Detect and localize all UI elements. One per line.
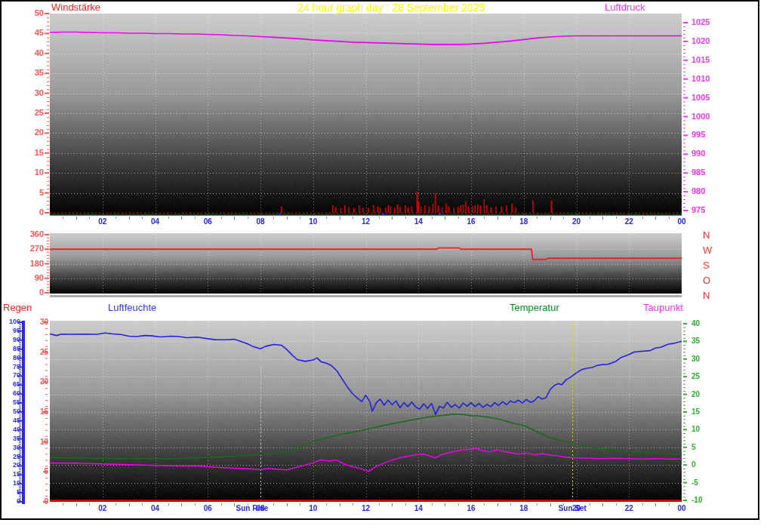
compass-letter-label: O <box>703 275 710 285</box>
hour-label-top: 02 <box>95 218 110 226</box>
wind-axis-tick-label: 0 <box>17 208 44 217</box>
pressure-axis-tick-label: 1000 <box>691 112 710 121</box>
temperature-axis-tick-label: 20 <box>691 391 700 398</box>
hour-label-bottom: 14 <box>411 505 426 512</box>
hour-label-bottom: 06 <box>200 505 215 512</box>
pressure-axis-tick-label: 980 <box>691 187 705 195</box>
pressure-axis-tick-label: 1010 <box>691 75 710 83</box>
humidity-axis-tick-label: 50 <box>2 408 20 415</box>
direction-axis-tick-label: 90 <box>17 274 44 282</box>
direction-axis-tick-label: 180 <box>17 260 44 268</box>
hour-label-bottom: 12 <box>359 505 374 512</box>
humidity-axis-tick-label: 65 <box>2 381 20 388</box>
humidity-axis-tick-label: 15 <box>2 471 20 478</box>
temperature-axis-tick-label: -10 <box>691 497 702 504</box>
hour-label-top: 14 <box>411 218 426 226</box>
temperature-axis-tick-label: 25 <box>691 373 700 380</box>
hour-label-bottom: 18 <box>516 505 531 512</box>
humidity-axis-tick-label: 60 <box>2 390 20 397</box>
pressure-label: Luftdruck <box>605 2 645 13</box>
wind-axis-tick-label: 40 <box>17 49 44 57</box>
hour-label-bottom: 04 <box>148 505 163 512</box>
humidity-axis-tick-label: 0 <box>2 498 20 505</box>
pressure-axis-tick-label: 1015 <box>691 56 710 64</box>
wind-axis-tick-label: 5 <box>17 189 44 197</box>
humidity-axis-tick-label: 5 <box>2 489 20 496</box>
hour-label-bottom: 10 <box>306 505 321 512</box>
humidity-axis-tick-label: 30 <box>2 444 20 451</box>
temperature-axis-tick-label: -5 <box>691 479 698 487</box>
rain-axis-tick-label: 5 <box>29 468 48 475</box>
temperature-axis-tick-label: 35 <box>691 337 700 345</box>
wind-axis-tick-label: 30 <box>17 89 44 97</box>
temperature-axis-tick-label: 10 <box>691 426 700 433</box>
rain-axis-tick-label: 30 <box>29 318 48 326</box>
rain-label: Regen <box>3 303 32 313</box>
hour-label-top: 20 <box>569 218 584 226</box>
sunrise-label: Sun Rise <box>233 505 271 512</box>
wind-axis-tick-label: 50 <box>17 9 44 17</box>
humidity-label: Luftfeuchte <box>108 303 156 313</box>
hour-label-top: 04 <box>148 218 163 226</box>
pressure-axis-tick-label: 975 <box>691 206 705 214</box>
pressure-axis-tick-label: 995 <box>691 131 705 139</box>
rain-axis-tick-label: 15 <box>29 408 48 416</box>
pressure-axis-tick-label: 985 <box>691 168 705 177</box>
hour-label-top: 16 <box>463 218 479 226</box>
humidity-axis-tick-label: 45 <box>2 417 20 424</box>
temperature-axis-tick-label: 40 <box>691 320 700 328</box>
pressure-axis-tick-label: 1020 <box>691 37 710 45</box>
wind-axis-tick-label: 45 <box>17 29 44 37</box>
weather-charts-canvas <box>2 2 758 518</box>
compass-letter-label: S <box>703 260 710 270</box>
humidity-axis-tick-label: 90 <box>2 337 20 343</box>
hour-label-bottom: 02 <box>95 505 110 512</box>
pressure-axis-tick-label: 1025 <box>691 18 710 26</box>
hour-label-bottom: 00 <box>674 505 689 512</box>
humidity-axis-tick-label: 70 <box>2 372 20 379</box>
temperature-axis-tick-label: 30 <box>691 355 700 363</box>
dewpoint-label: Taupunkt <box>643 303 683 313</box>
hour-label-bottom: 16 <box>463 505 479 512</box>
direction-axis-tick-label: 360 <box>17 230 44 238</box>
hour-label-top: 06 <box>200 218 215 226</box>
temperature-axis-tick-label: 5 <box>691 444 696 451</box>
humidity-axis-tick-label: 80 <box>2 355 20 361</box>
hour-label-top: 18 <box>516 218 531 226</box>
page-title: 24 hour graph day : 28 September 2025 <box>24 2 758 14</box>
wind-axis-tick-label: 15 <box>17 149 44 157</box>
humidity-axis-tick-label: 75 <box>2 364 20 371</box>
wind-axis-tick-label: 25 <box>17 109 44 117</box>
direction-axis-tick-label: 270 <box>17 244 44 253</box>
wind-axis-tick-label: 10 <box>17 168 44 177</box>
humidity-axis-tick-label: 35 <box>2 435 20 442</box>
compass-letter-label: N <box>703 291 710 300</box>
temperature-label: Temperatur <box>510 303 559 313</box>
temperature-axis-tick-label: 0 <box>691 461 696 469</box>
rain-axis-tick-label: 20 <box>29 378 48 386</box>
hour-label-top: 10 <box>306 218 321 226</box>
hour-label-top: 22 <box>621 218 636 226</box>
pressure-axis-tick-label: 1005 <box>691 94 710 102</box>
compass-letter-label: N <box>703 230 710 240</box>
rain-axis-tick-label: 25 <box>29 349 48 356</box>
hour-label-top: 00 <box>674 218 689 226</box>
wind-axis-tick-label: 35 <box>17 69 44 77</box>
humidity-axis-tick-label: 25 <box>2 454 20 460</box>
humidity-axis-tick-label: 40 <box>2 426 20 433</box>
compass-letter-label: W <box>703 245 712 255</box>
temperature-axis-tick-label: 15 <box>691 408 700 416</box>
pressure-axis-tick-label: 990 <box>691 149 705 158</box>
humidity-axis-tick-label: 20 <box>2 462 20 469</box>
direction-axis-tick-label: 0 <box>17 288 44 297</box>
humidity-axis-tick-label: 55 <box>2 399 20 406</box>
sunset-label: Sun Set <box>553 505 591 512</box>
humidity-axis-tick-label: 85 <box>2 346 20 352</box>
rain-axis-tick-label: 0 <box>29 498 48 506</box>
humidity-axis-tick-label: 10 <box>2 480 20 487</box>
wind-axis-tick-label: 20 <box>17 128 44 137</box>
hour-label-top: 12 <box>359 218 374 226</box>
graph-panel: Windstärke 24 hour graph day : 28 Septem… <box>0 0 759 520</box>
rain-axis-tick-label: 10 <box>29 438 48 446</box>
humidity-axis-tick-label: 95 <box>2 328 20 334</box>
